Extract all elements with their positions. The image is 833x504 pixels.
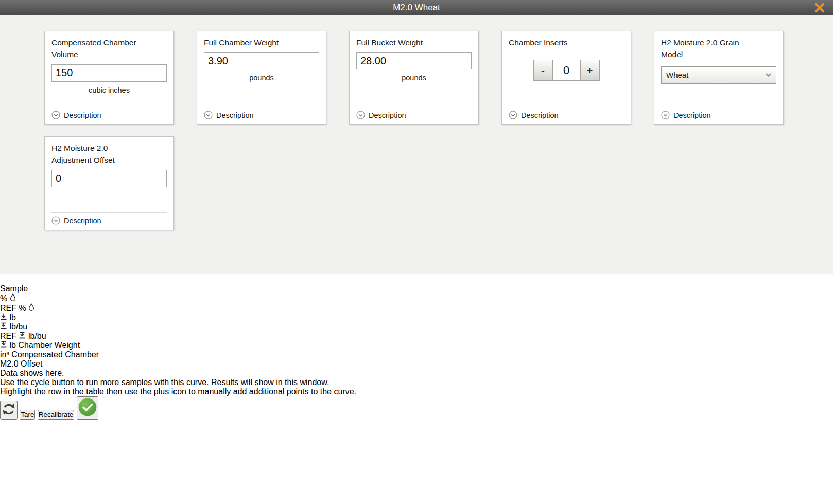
col-label: lb/bu — [9, 322, 27, 331]
card-footer: Description — [51, 107, 167, 124]
description-label: Description — [64, 111, 101, 119]
card-title: H2 Moisture 2.0 Adjustment Offset — [51, 142, 147, 166]
check-icon — [78, 397, 97, 417]
bottom-toolbar: Tare Recalibrate — [0, 396, 833, 420]
chevron-down-circle-icon — [509, 111, 517, 119]
col-header-sample[interactable]: Sample — [0, 284, 833, 293]
card-footer: Description — [51, 212, 167, 230]
full-chamber-weight-input[interactable] — [204, 52, 319, 69]
recalibrate-button[interactable]: Recalibrate — [38, 410, 74, 420]
description-label: Description — [521, 111, 559, 119]
cards-row-2: H2 Moisture 2.0 Adjustment Offset Descri… — [44, 136, 833, 230]
col-label: lb — [9, 313, 15, 322]
col-header-chamber-weight[interactable]: lb Chamber Weight — [0, 341, 833, 350]
card-footer: Description — [356, 107, 472, 124]
card-title: Full Chamber Weight — [204, 37, 299, 48]
description-toggle[interactable]: Description — [661, 111, 711, 119]
unit-label: cubic inches — [51, 86, 167, 94]
full-bucket-weight-input[interactable] — [356, 52, 472, 69]
col-label: in³ Compensated Chamber — [0, 350, 99, 359]
col-header-ref-moisture-pct[interactable]: REF % — [0, 303, 833, 313]
window-title: M2.0 Wheat — [393, 3, 440, 13]
close-icon — [814, 2, 825, 13]
unit-label: pounds — [204, 74, 319, 82]
description-label: Description — [64, 217, 101, 225]
adjustment-offset-input[interactable] — [51, 170, 167, 187]
cycle-button[interactable] — [0, 401, 18, 420]
col-label: % — [0, 294, 7, 303]
col-label: M2.0 Offset — [0, 359, 42, 368]
col-label: REF % — [0, 304, 26, 312]
chevron-down-circle-icon — [204, 111, 213, 119]
instruction-item: Use the cycle button to run more samples… — [0, 378, 833, 387]
cycle-icon — [1, 402, 16, 417]
card-footer: Description — [204, 107, 319, 124]
col-header-m20-offset[interactable]: M2.0 Offset — [0, 359, 833, 369]
results-table-header: Sample % REF % lb lb/bu REF — [0, 284, 833, 369]
test-weight-icon — [0, 322, 7, 329]
chevron-down-icon — [766, 73, 771, 77]
droplet-icon — [10, 293, 16, 301]
card-compensated-chamber-volume: Compensated Chamber Volume cubic inches … — [44, 31, 174, 125]
compensated-chamber-volume-input[interactable] — [51, 64, 167, 82]
card-title: Full Bucket Weight — [356, 37, 452, 48]
col-header-ref-test-weight[interactable]: REF lb/bu — [0, 332, 833, 341]
chamber-inserts-decrement-button[interactable]: - — [533, 60, 552, 81]
description-toggle[interactable]: Description — [509, 111, 559, 119]
titlebar: M2.0 Wheat — [0, 0, 833, 15]
card-footer: Description — [509, 107, 624, 124]
card-title: Compensated Chamber Volume — [51, 37, 147, 61]
description-toggle[interactable]: Description — [204, 111, 254, 119]
weight-drop-icon — [0, 313, 7, 320]
chamber-inserts-increment-button[interactable]: + — [581, 60, 600, 81]
col-label: Sample — [0, 284, 28, 293]
unit-label: pounds — [356, 74, 472, 82]
description-label: Description — [673, 111, 711, 119]
chamber-inserts-stepper: - 0 + — [509, 60, 624, 81]
col-header-compensated-chamber[interactable]: in³ Compensated Chamber — [0, 350, 833, 359]
col-label: lb/bu — [28, 332, 46, 340]
chevron-down-circle-icon — [356, 111, 365, 119]
chevron-down-circle-icon — [661, 111, 670, 119]
grain-model-selected-value: Wheat — [666, 71, 688, 79]
card-full-bucket-weight: Full Bucket Weight pounds Description — [349, 31, 479, 125]
close-button[interactable] — [809, 0, 830, 15]
card-grain-model: H2 Moisture 2.0 Grain Model Wheat Descri… — [654, 31, 784, 125]
tare-button[interactable]: Tare — [20, 410, 35, 420]
confirm-button[interactable] — [77, 396, 98, 420]
data-placeholder-text: Data shows here. — [0, 369, 64, 377]
description-label: Description — [216, 111, 254, 119]
description-toggle[interactable]: Description — [51, 216, 101, 225]
card-title: H2 Moisture 2.0 Grain Model — [661, 37, 756, 61]
instructions-list: Use the cycle button to run more samples… — [0, 378, 833, 396]
card-footer: Description — [661, 107, 776, 124]
test-weight-icon — [19, 332, 26, 339]
settings-section: Compensated Chamber Volume cubic inches … — [0, 15, 833, 274]
grain-model-select[interactable]: Wheat — [661, 66, 776, 84]
description-label: Description — [369, 111, 406, 119]
description-toggle[interactable]: Description — [51, 111, 101, 119]
card-title: Chamber Inserts — [509, 37, 604, 48]
splitter-handle[interactable] — [0, 274, 833, 284]
cards-row-1: Compensated Chamber Volume cubic inches … — [44, 31, 833, 125]
description-toggle[interactable]: Description — [356, 111, 406, 119]
col-header-weight-lb[interactable]: lb — [0, 313, 833, 322]
col-label: lb Chamber Weight — [9, 341, 80, 350]
chevron-down-circle-icon — [51, 111, 60, 119]
chevron-down-circle-icon — [51, 216, 60, 225]
data-placeholder-box: Data shows here. — [0, 369, 833, 378]
card-adjustment-offset: H2 Moisture 2.0 Adjustment Offset Descri… — [44, 136, 174, 230]
col-header-test-weight[interactable]: lb/bu — [0, 322, 833, 332]
droplet-icon — [28, 303, 34, 311]
instruction-item: Highlight the row in the table then use … — [0, 387, 833, 396]
test-weight-icon — [0, 341, 7, 348]
col-header-moisture-pct[interactable]: % — [0, 293, 833, 303]
chamber-inserts-value: 0 — [552, 60, 581, 81]
card-full-chamber-weight: Full Chamber Weight pounds Description — [197, 31, 326, 125]
card-chamber-inserts: Chamber Inserts - 0 + Description — [501, 31, 631, 125]
col-label-prefix: REF — [0, 332, 16, 340]
